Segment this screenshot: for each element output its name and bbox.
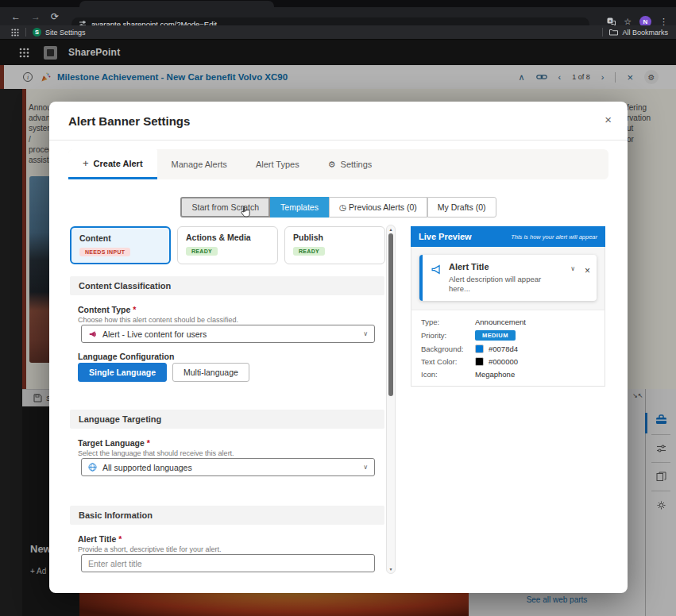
sections-icon[interactable] <box>656 472 666 482</box>
prev-chevron-icon[interactable]: ‹ <box>558 72 562 82</box>
all-bookmarks-button[interactable]: All Bookmarks <box>622 29 668 37</box>
step-card-content[interactable]: Content NEEDS INPUT <box>70 226 171 264</box>
plus-icon: + <box>83 157 89 169</box>
section-content-classification: Content Classification <box>70 276 384 295</box>
link-icon[interactable] <box>536 73 547 81</box>
status-badge: READY <box>186 247 218 256</box>
detail-row-text-color: Text Color: #000000 <box>421 357 595 366</box>
see-all-web-parts-link[interactable]: See all web parts <box>469 595 645 604</box>
preview-close-icon[interactable]: × <box>585 265 590 276</box>
multi-language-button[interactable]: Multi-language <box>172 363 249 382</box>
content-type-label: Content Type * <box>78 305 136 314</box>
preview-details: Type: Announcement Priority: MEDIUM Back… <box>411 310 605 387</box>
banner-close-icon[interactable]: × <box>627 71 633 83</box>
automation-icon[interactable] <box>656 500 666 510</box>
wizard-steps: Content NEEDS INPUT Actions & Media READ… <box>70 226 385 264</box>
browser-tab-bar <box>0 0 676 7</box>
status-badge: READY <box>293 247 325 256</box>
page-alert-banner: i Milestone Achievement - New Car benefi… <box>0 65 676 89</box>
mouse-cursor <box>239 205 252 219</box>
priority-badge: MEDIUM <box>475 330 516 341</box>
alert-megaphone-icon <box>88 330 97 338</box>
collapse-chevron-icon[interactable]: ∧ <box>518 72 524 83</box>
target-language-select[interactable]: All supported languages ∨ <box>81 458 375 476</box>
preview-alert-description: Alert description will appear here... <box>449 275 543 293</box>
forward-icon[interactable]: → <box>31 11 41 22</box>
my-drafts-button[interactable]: My Drafts (0) <box>427 197 496 218</box>
content-type-select[interactable]: Alert - Live content for users ∨ <box>81 325 375 343</box>
tab-manage-alerts[interactable]: Manage Alerts <box>157 149 241 179</box>
detail-row-background: Background: #0078d4 <box>421 345 595 353</box>
alert-banner-settings-dialog: Alert Banner Settings × + Create Alert M… <box>49 102 628 593</box>
folder-icon <box>609 29 618 36</box>
source-button-group: Start from Scratch Templates ◷ Previous … <box>49 197 628 218</box>
scroll-up-icon[interactable]: ▲ <box>387 227 395 232</box>
live-preview-body: Alert Title Alert description will appea… <box>411 247 605 310</box>
sharepoint-bookmark-icon: S <box>33 28 41 37</box>
gear-icon: ⚙ <box>328 160 336 170</box>
bookmarks-bar: S Site Settings All Bookmarks <box>0 25 676 40</box>
target-language-label: Target Language * <box>78 438 150 448</box>
suite-app-name: SharePoint <box>68 47 120 58</box>
back-icon[interactable]: ← <box>11 11 21 22</box>
add-webpart-label[interactable]: + Ad <box>30 567 46 576</box>
collapse-panel-icon[interactable]: ↘↖ <box>632 392 643 399</box>
previous-alerts-button[interactable]: ◷ Previous Alerts (0) <box>329 197 427 218</box>
step-card-publish[interactable]: Publish READY <box>284 226 385 264</box>
preview-alert-title: Alert Title <box>449 262 543 271</box>
apps-waffle-icon[interactable] <box>11 29 19 37</box>
alert-title-label: Alert Title * <box>78 534 122 544</box>
screen: ← → ⟳ avarante.sharepoint.com/?Mode=Edit… <box>0 0 676 616</box>
dialog-header: Alert Banner Settings × <box>49 102 628 141</box>
chevron-down-icon: ∨ <box>363 330 368 337</box>
detail-row-type: Type: Announcement <box>421 318 595 326</box>
tab-alert-types[interactable]: Alert Types <box>241 149 314 179</box>
webpart-rail <box>646 389 676 616</box>
detail-row-priority: Priority: MEDIUM <box>421 330 595 341</box>
content-type-help: Choose how this alert content should be … <box>78 316 238 324</box>
next-chevron-icon[interactable]: › <box>601 72 605 82</box>
detail-row-icon: Icon: Megaphone <box>421 370 595 379</box>
text-color-swatch <box>475 357 484 366</box>
clock-icon: ◷ <box>339 202 346 212</box>
info-icon[interactable]: i <box>23 72 33 82</box>
banner-pagination: 1 of 8 <box>572 73 590 81</box>
scroll-down-icon[interactable]: ▼ <box>387 567 395 572</box>
start-from-scratch-button[interactable]: Start from Scratch <box>180 197 270 218</box>
alert-title-input[interactable] <box>81 554 375 572</box>
target-language-help: Select the language that should receive … <box>78 449 234 457</box>
properties-sliders-icon[interactable] <box>656 444 666 453</box>
banner-gear-icon[interactable]: ⚙ <box>644 70 659 84</box>
dialog-tabs: + Create Alert Manage Alerts Alert Types… <box>68 149 608 179</box>
background-color-swatch <box>475 345 484 353</box>
live-preview-header: Live Preview This is how your alert will… <box>411 226 605 247</box>
app-tile-icon[interactable] <box>44 46 57 60</box>
waffle-icon[interactable] <box>19 48 29 58</box>
preview-collapse-icon[interactable]: ∨ <box>570 265 575 272</box>
chevron-down-icon: ∨ <box>363 464 368 471</box>
section-heading: New <box>30 543 52 555</box>
browser-toolbar: ← → ⟳ avarante.sharepoint.com/?Mode=Edit… <box>0 7 676 25</box>
dialog-close-icon[interactable]: × <box>605 113 612 126</box>
banner-title: Milestone Achievement - New Car benefit … <box>57 72 288 82</box>
suite-bar: SharePoint Search in SharePoint </> ↗ ⚙ … <box>0 40 676 65</box>
single-language-button[interactable]: Single Language <box>78 363 167 382</box>
preview-alert-card: Alert Title Alert description will appea… <box>419 255 597 301</box>
save-icon[interactable] <box>33 394 42 402</box>
templates-button[interactable]: Templates <box>270 197 329 218</box>
bookmark-site-settings[interactable]: Site Settings <box>45 29 86 37</box>
tab-create-alert[interactable]: + Create Alert <box>68 149 157 179</box>
scrollbar-thumb[interactable] <box>388 233 393 396</box>
reload-icon[interactable]: ⟳ <box>51 11 59 22</box>
tab-settings[interactable]: ⚙ Settings <box>314 149 387 179</box>
language-configuration-label: Language Configuration <box>78 352 174 361</box>
toolbox-icon[interactable] <box>655 414 667 425</box>
form-scrollbar[interactable]: ▲ ▼ <box>386 225 396 574</box>
step-card-actions-media[interactable]: Actions & Media READY <box>177 226 278 264</box>
status-badge: NEEDS INPUT <box>79 248 130 256</box>
alert-title-help: Provide a short, descriptive title for y… <box>78 545 222 553</box>
announcement-paragraph-right: feringrvationutor <box>627 102 666 144</box>
dialog-title: Alert Banner Settings <box>68 114 190 128</box>
section-basic-information: Basic Information <box>70 506 384 525</box>
browser-tab[interactable] <box>79 1 274 7</box>
